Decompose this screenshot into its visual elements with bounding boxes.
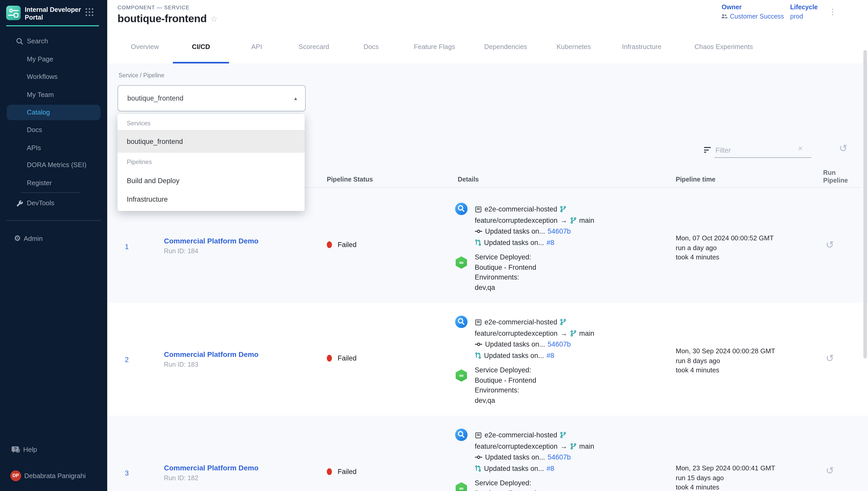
details-cell: ∞ e2e-commercial-hosted feature/corrupte… [455,430,645,491]
sidebar-item-search[interactable]: Search [0,35,107,48]
app-window: Internal Developer Portal Search My Page… [0,0,868,491]
sidebar-item-admin[interactable]: Admin [24,233,43,245]
sidebar-item-my-page[interactable]: My Page [0,53,107,65]
tab-docs[interactable]: Docs [357,43,385,63]
rerun-pipeline-button[interactable]: ↺ [826,239,834,251]
sidebar-item-help[interactable]: Help [23,443,37,456]
cd-stage-icon: ∞ [456,482,467,491]
menu-group-services: Services [118,117,305,130]
pr-message: Updated tasks on... [484,465,544,472]
refresh-icon[interactable]: ↺ [839,142,847,154]
commit-link[interactable]: 54607b [548,341,571,348]
commit-link[interactable]: 54607b [548,454,571,461]
pipeline-select-value: boutique_frontend [127,86,184,111]
pipeline-link[interactable]: Commercial Platform Demo [164,464,258,472]
sidebar-divider [6,220,101,221]
tab-infrastructure[interactable]: Infrastructure [616,43,668,63]
target-branch: main [579,442,594,450]
col-header-pipeline-time: Pipeline time [676,176,715,183]
pr-link[interactable]: #8 [547,465,554,472]
lifecycle-value: prod [790,13,803,20]
cd-stage-icon: ∞ [456,256,467,269]
deploy-info: Service Deployed: Boutique - Frontend En… [475,478,645,491]
status-cell: Failed [327,241,357,249]
pr-link[interactable]: #8 [547,352,554,359]
user-avatar[interactable]: DP [10,470,21,481]
rerun-pipeline-button[interactable]: ↺ [826,352,834,364]
gear-icon: ⚙ [14,234,21,242]
pipeline-select-label: Service / Pipeline [119,72,164,78]
sidebar-item-register[interactable]: Register [0,177,107,189]
col-header-run-pipeline: Run Pipeline [823,169,848,185]
tab-kubernetes[interactable]: Kubernetes [551,43,597,63]
run-id: Run ID: 183 [164,361,258,368]
source-branch: feature/corruptedexception [475,329,557,337]
repository-icon [475,319,482,326]
sidebar-item-apis[interactable]: APIs [0,142,107,154]
tab-scorecard[interactable]: Scorecard [292,43,336,63]
sidebar-item-devtools[interactable]: DevTools [27,197,54,209]
row-index: 3 [123,469,131,477]
repo-name: e2e-commercial-hosted [485,431,557,439]
app-title: Internal Developer Portal [25,6,83,21]
menu-item-build-and-deploy[interactable]: Build and Deploy [118,172,305,190]
status-text: Failed [338,468,357,475]
commit-icon [475,341,483,348]
harness-logo-icon[interactable] [6,6,21,20]
status-cell: Failed [327,468,357,475]
sidebar-item-dora-metrics[interactable]: DORA Metrics (SEI) [0,159,107,171]
pull-request-icon [475,239,482,246]
pr-link[interactable]: #8 [547,239,554,247]
filter-input[interactable] [714,143,811,158]
scrollbar-thumb[interactable] [863,50,867,358]
sidebar-item-my-team[interactable]: My Team [0,89,107,101]
tab-api[interactable]: API [245,43,268,63]
git-branch-icon [570,330,577,337]
sidebar-item-docs[interactable]: Docs [0,124,107,136]
menu-item-infrastructure[interactable]: Infrastructure [118,190,305,209]
cd-stage-icon: ∞ [456,369,467,382]
owner-label: Owner [722,4,742,11]
sidebar-item-catalog[interactable]: Catalog [0,106,107,119]
run-id: Run ID: 184 [164,248,258,255]
more-options-icon[interactable]: ⋮ [829,7,837,17]
status-cell: Failed [327,354,357,362]
pipeline-link[interactable]: Commercial Platform Demo [164,350,258,359]
git-branch-icon [570,443,577,450]
details-cell: ∞ e2e-commercial-hosted feature/corrupte… [455,317,645,405]
rerun-pipeline-button[interactable]: ↺ [826,465,834,476]
owner-link[interactable]: Customer Success [730,13,784,20]
repo-name: e2e-commercial-hosted [485,318,557,326]
pipeline-select-menu: Services boutique_frontend Pipelines Bui… [118,114,305,211]
repository-icon [475,432,482,439]
pipeline-link[interactable]: Commercial Platform Demo [164,237,258,246]
entity-header: COMPONENT — SERVICE boutique-frontend ☆ … [107,0,868,31]
tab-chaos-experiments[interactable]: Chaos Experiments [688,43,759,63]
status-text: Failed [338,241,357,249]
apps-grid-icon[interactable] [86,8,94,17]
sidebar-item-workflows[interactable]: Workflows [0,71,107,83]
cicd-content: Service / Pipeline boutique_frontend ▲ ×… [107,63,868,491]
tab-cicd[interactable]: CI/CD [173,43,229,63]
pull-request-icon [475,465,482,472]
commit-message: Updated tasks on... [485,454,545,461]
wrench-icon [16,199,24,207]
pipeline-select[interactable]: boutique_frontend ▲ [118,85,306,111]
user-name[interactable]: Debabrata Panigrahi [24,472,86,480]
commit-link[interactable]: 54607b [548,228,571,235]
pr-message: Updated tasks on... [484,352,544,359]
clear-filter-icon[interactable]: × [798,144,803,153]
git-branch-icon [560,206,566,213]
tab-dependencies[interactable]: Dependencies [478,43,533,63]
caret-up-icon: ▲ [293,96,298,101]
ci-stage-icon [455,203,467,215]
page-title: boutique-frontend [118,12,207,25]
git-branch-icon [560,319,566,326]
failed-dot-icon [327,241,332,248]
favorite-star-icon[interactable]: ☆ [210,14,218,24]
owner-value: Customer Success [721,13,784,20]
tab-feature-flags[interactable]: Feature Flags [408,43,461,63]
people-icon [721,13,728,20]
menu-item-boutique-frontend[interactable]: boutique_frontend [118,131,305,153]
tab-overview[interactable]: Overview [125,43,165,63]
